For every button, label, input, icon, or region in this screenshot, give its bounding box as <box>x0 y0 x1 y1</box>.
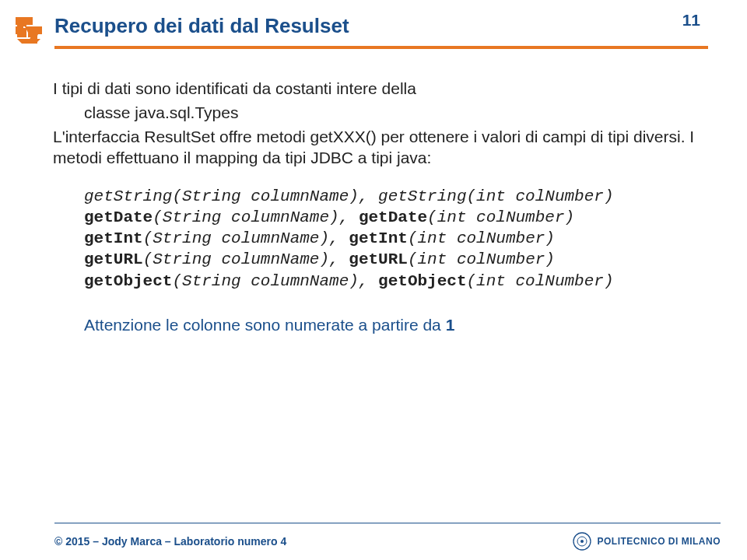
code-bold: getObject <box>378 272 466 290</box>
content: I tipi di dati sono identificati da cost… <box>0 49 747 336</box>
svg-rect-13 <box>16 26 23 34</box>
code-bold: getDate <box>359 208 427 226</box>
code-line-2: getDate(String columnName), getDate(int … <box>84 207 697 228</box>
svg-point-16 <box>580 540 584 543</box>
intro-line-2: classe java.sql.Types <box>53 103 697 124</box>
slide: Recupero dei dati dal Resulset 11 I tipi… <box>0 0 747 560</box>
svg-rect-11 <box>16 17 23 25</box>
code-text: (String columnName), <box>153 208 359 226</box>
code-block: getString(String columnName), getString(… <box>53 186 697 292</box>
page-title: Recupero dei dati dal Resulset <box>54 14 349 38</box>
brand: POLITECNICO DI MILANO <box>573 532 721 551</box>
code-text: (String columnName), <box>143 229 349 247</box>
intro-line-3: L'interfaccia ResultSet offre metodi get… <box>53 127 697 169</box>
code-bold: getDate <box>84 208 153 226</box>
title-row: Recupero dei dati dal Resulset 11 <box>54 14 708 38</box>
code-text: (int colNumber) <box>427 208 574 226</box>
note-bold: 1 <box>446 316 455 334</box>
page-number: 11 <box>682 11 700 30</box>
header: Recupero dei dati dal Resulset 11 <box>0 0 747 49</box>
title-block: Recupero dei dati dal Resulset 11 <box>54 14 708 49</box>
note: Attenzione le colonne sono numerate a pa… <box>53 315 697 336</box>
copyright-symbol: © <box>54 535 62 548</box>
polimi-logo-icon <box>573 532 591 551</box>
code-line-1: getString(String columnName), getString(… <box>84 186 697 207</box>
copyright-text: 2015 – Jody Marca – Laboratorio numero 4 <box>62 535 286 548</box>
code-line-3: getInt(String columnName), getInt(int co… <box>84 228 697 249</box>
code-line-4: getURL(String columnName), getURL(int co… <box>84 249 697 270</box>
code-text: (int colNumber) <box>408 229 555 247</box>
code-text: (int colNumber) <box>408 250 555 268</box>
svg-rect-12 <box>25 17 33 25</box>
code-bold: getURL <box>84 250 143 268</box>
note-text: Attenzione le colonne sono numerate a pa… <box>84 316 446 334</box>
footer-divider <box>54 523 721 523</box>
down-right-arrow-icon <box>16 17 44 45</box>
intro-line-1: I tipi di dati sono identificati da cost… <box>53 79 697 100</box>
code-text: (int colNumber) <box>467 272 614 290</box>
code-text: (String columnName), <box>143 250 349 268</box>
copyright: © 2015 – Jody Marca – Laboratorio numero… <box>54 535 286 548</box>
code-bold: getObject <box>84 272 172 290</box>
code-line-5: getObject(String columnName), getObject(… <box>84 271 697 292</box>
code-bold: getInt <box>84 229 143 247</box>
code-bold: getURL <box>349 250 408 268</box>
title-underline <box>54 46 708 49</box>
code-bold: getInt <box>349 229 408 247</box>
brand-text: POLITECNICO DI MILANO <box>598 536 721 547</box>
footer: © 2015 – Jody Marca – Laboratorio numero… <box>0 523 747 560</box>
code-text: (String columnName), <box>172 272 378 290</box>
